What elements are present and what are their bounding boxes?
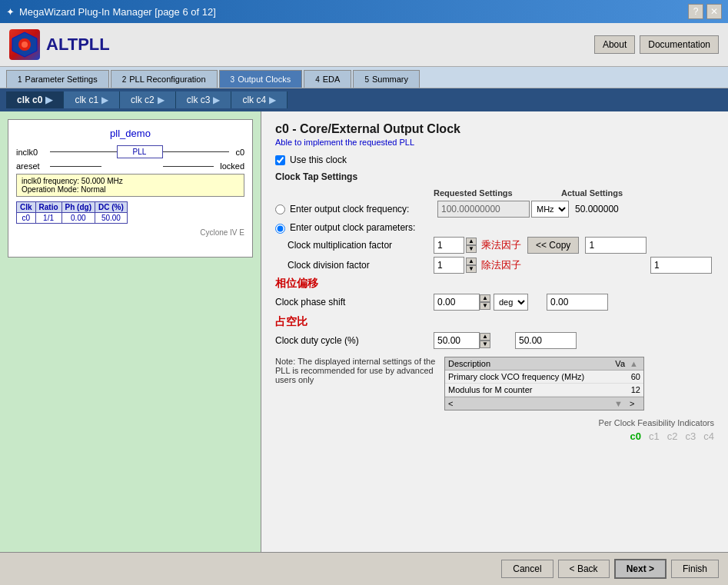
copy-button[interactable]: << Copy [527, 237, 579, 254]
clk-c3-arrow: ▶ [213, 95, 220, 105]
close-button[interactable]: ✕ [706, 4, 722, 19]
phase-up-button[interactable]: ▲ [480, 294, 490, 302]
th-clk: Clk [17, 202, 36, 213]
use-clock-row: Use this clock [275, 155, 714, 165]
mult-row: Clock multiplication factor 1 ▲ ▼ 乘法因子 <… [275, 237, 714, 254]
info-row2-desc: Modulus for M counter [448, 385, 605, 394]
phase-down-button[interactable]: ▼ [480, 302, 490, 310]
info-row1-val: 60 [610, 372, 640, 381]
th-ph: Ph (dg) [61, 202, 95, 213]
svg-point-2 [22, 42, 28, 48]
th-dc: DC (%) [95, 202, 128, 213]
tab3-label: Output Clocks [238, 75, 291, 84]
tab5-num: 5 [364, 75, 369, 84]
clk-c0-label: clk c0 [17, 95, 42, 105]
actual-dutycycle[interactable]: 50.00 [515, 332, 577, 349]
dutycycle-up-button[interactable]: ▲ [480, 333, 490, 341]
phase-unit-select[interactable]: deg [494, 294, 528, 311]
tab-parameter-settings[interactable]: 1 Parameter Settings [6, 70, 109, 88]
tooltip-line1: inclk0 frequency: 50.000 MHz [22, 177, 239, 185]
clk-c3-label: clk c3 [187, 95, 211, 105]
actual-mult[interactable]: 1 [585, 237, 647, 254]
phase-input[interactable]: 0.00 [434, 294, 480, 311]
tab4-label: EDA [323, 75, 341, 84]
mult-down-button[interactable]: ▼ [466, 245, 477, 253]
radio-params[interactable] [275, 224, 285, 234]
clk-c1-label: clk c1 [75, 95, 98, 105]
tab5-label: Summary [372, 75, 408, 84]
scroll-down-icon[interactable]: ▼ [614, 399, 625, 408]
freq-unit-select[interactable]: MHz [531, 201, 569, 218]
pll-box: PLL [117, 145, 163, 158]
radio1-row: Enter output clock frequency: 100.000000… [275, 201, 714, 218]
req-col-header: Requested Settings [434, 188, 557, 198]
act-col-header: Actual Settings [561, 188, 623, 198]
tab-eda[interactable]: 4 EDA [304, 70, 351, 88]
header-buttons: About Documentation [594, 35, 719, 54]
clock-tab-c1[interactable]: clk c1 ▶ [64, 91, 120, 108]
feas-c2: c2 [667, 430, 678, 442]
next-button[interactable]: Next > [614, 559, 667, 579]
info-col1-header: Description [448, 359, 590, 368]
td-ratio: 1/1 [35, 213, 61, 224]
cancel-button[interactable]: Cancel [501, 560, 553, 578]
radio-freq[interactable] [275, 204, 285, 214]
content-area: pll_demo inclk0 PLL c0 areset loc [0, 111, 728, 552]
tab1-label: Parameter Settings [25, 75, 98, 84]
dutycycle-down-button[interactable]: ▼ [480, 341, 490, 348]
dutycycle-input[interactable]: 50.00 [434, 332, 480, 349]
actual-div[interactable]: 1 [650, 257, 712, 274]
dutycycle-label: Clock duty cycle (%) [275, 335, 434, 346]
div-up-button[interactable]: ▲ [466, 258, 477, 265]
clock-tab-c3[interactable]: clk c3 ▶ [176, 91, 232, 108]
c0-output-label: c0 [229, 148, 244, 157]
back-button[interactable]: < Back [558, 560, 610, 578]
clk-c1-arrow: ▶ [101, 95, 108, 105]
device-label: Cyclone IV E [16, 228, 244, 237]
scroll-up-icon[interactable]: ▲ [630, 359, 640, 368]
about-button[interactable]: About [594, 35, 635, 54]
div-chinese: 除法因子 [481, 258, 521, 272]
pll-tooltip: inclk0 frequency: 50.000 MHz Operation M… [16, 174, 244, 197]
logo-icon [9, 29, 40, 60]
tab-summary[interactable]: 5 Summary [353, 70, 420, 88]
phase-row: Clock phase shift 0.00 ▲ ▼ deg 0.00 [275, 294, 714, 311]
clock-tab-c2[interactable]: clk c2 ▶ [120, 91, 176, 108]
div-down-button[interactable]: ▼ [466, 265, 477, 273]
clock-tab-c4[interactable]: clk c4 ▶ [231, 91, 288, 108]
use-clock-checkbox[interactable] [275, 155, 285, 165]
clk-c4-arrow: ▶ [269, 95, 276, 105]
actual-phase[interactable]: 0.00 [547, 294, 608, 311]
div-label: Clock division factor [288, 260, 434, 271]
td-clk: c0 [17, 213, 36, 224]
areset-label: areset [16, 161, 50, 171]
left-panel: pll_demo inclk0 PLL c0 areset loc [0, 111, 261, 552]
phase-chinese-label: 相位偏移 [275, 277, 714, 291]
pll-table: Clk Ratio Ph (dg) DC (%) c0 1/1 0.00 [16, 201, 128, 224]
clock-tabs: clk c0 ▶ clk c1 ▶ clk c2 ▶ clk c3 ▶ clk … [0, 88, 728, 111]
header-bar: ALTPLL About Documentation [0, 23, 728, 67]
tab-output-clocks[interactable]: 3 Output Clocks [219, 70, 303, 88]
use-clock-label: Use this clock [290, 155, 347, 165]
column-headers: Requested Settings Actual Settings [275, 188, 714, 198]
finish-button[interactable]: Finish [671, 560, 719, 578]
dutycycle-chinese-label: 占空比 [275, 315, 714, 329]
feasibility-clocks: c0 c1 c2 c3 c4 [275, 430, 714, 442]
div-input[interactable]: 1 [434, 257, 464, 274]
note-info-row: Note: The displayed internal settings of… [275, 357, 714, 410]
mult-up-button[interactable]: ▲ [466, 238, 477, 245]
mult-input[interactable]: 1 [434, 237, 464, 254]
info-row-1: Primary clock VCO frequency (MHz) 60 [445, 371, 643, 384]
freq-input[interactable]: 100.00000000 [437, 201, 530, 218]
help-button[interactable]: ? [688, 4, 703, 19]
feas-c4: c4 [703, 430, 714, 442]
clock-tab-c0[interactable]: clk c0 ▶ [6, 91, 64, 108]
info-row2-val: 12 [610, 385, 640, 394]
section-title: c0 - Core/External Output Clock [275, 122, 714, 136]
feas-c0: c0 [630, 430, 641, 442]
tab-pll-reconfig[interactable]: 2 PLL Reconfiguration [111, 70, 218, 88]
tab3-num: 3 [231, 75, 235, 84]
div-row: Clock division factor 1 ▲ ▼ 除法因子 1 [275, 257, 714, 274]
documentation-button[interactable]: Documentation [640, 35, 719, 54]
wizard-icon: ✦ [6, 6, 15, 18]
